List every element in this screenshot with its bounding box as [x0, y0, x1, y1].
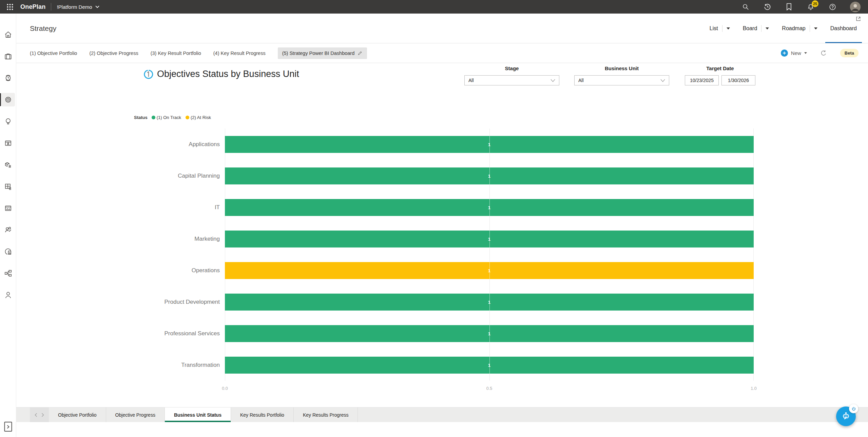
sidebar-item-home[interactable]	[0, 28, 16, 41]
assistant-power-button[interactable]	[849, 404, 858, 413]
view-tab-list[interactable]: List	[703, 14, 736, 43]
dashboard-tabs: (1) Objective Portfolio (2) Objective Pr…	[30, 47, 367, 59]
category-label: IT	[16, 204, 225, 211]
legend-items: (1) On Track(2) At Risk	[152, 115, 211, 120]
view-tab-dashboard[interactable]: Dashboard	[824, 14, 863, 43]
chevron-down-icon[interactable]	[766, 27, 769, 29]
oneplan-logo-icon	[143, 69, 154, 79]
sidebar-item-profile[interactable]	[0, 288, 16, 302]
filter-target-date: Target Date 10/23/2025 1/30/2026	[684, 65, 756, 85]
hierarchy-icon	[4, 269, 13, 278]
view-tab-board[interactable]: Board	[736, 14, 776, 43]
user-avatar[interactable]	[850, 2, 861, 12]
view-tab-roadmap[interactable]: Roadmap	[775, 14, 824, 43]
bar-track: 1	[225, 199, 754, 216]
assistant-chatbot-button[interactable]	[836, 406, 856, 426]
report-filters: Stage All Business Unit All	[464, 65, 756, 85]
bar-it[interactable]: 1	[225, 199, 754, 216]
report-header: Objectives Status by Business Unit	[143, 69, 299, 79]
sidebar-item-work-intake[interactable]	[0, 136, 16, 150]
bookmark-icon[interactable]	[785, 3, 793, 11]
workspace-switcher[interactable]: !Platform Demo	[57, 4, 99, 10]
plus-icon	[781, 49, 788, 57]
sidebar-item-ideas[interactable]	[0, 115, 16, 128]
business-unit-select-value: All	[578, 78, 584, 83]
x-tick-label: 0.5	[486, 386, 492, 391]
chevron-left-icon[interactable]	[35, 413, 37, 417]
chart-row: IT1	[16, 192, 754, 223]
view-tab-label: Roadmap	[782, 25, 805, 32]
chevron-down-icon[interactable]	[814, 27, 817, 29]
topbar-divider	[51, 3, 51, 11]
data-label: 1	[488, 268, 491, 273]
chevron-down-icon[interactable]	[727, 27, 730, 29]
new-button[interactable]: New	[781, 49, 807, 57]
bar-transformation[interactable]: 1	[225, 357, 754, 374]
sidebar-item-status[interactable]	[0, 71, 16, 85]
sidebar-item-analytics[interactable]	[0, 201, 16, 215]
sidebar-item-insights[interactable]	[0, 245, 16, 258]
lightbulb-icon	[4, 117, 13, 126]
stage-select[interactable]: All	[464, 75, 559, 85]
category-label: Capital Planning	[16, 173, 225, 179]
sidebar-expand-button[interactable]	[4, 422, 12, 432]
bar-marketing[interactable]: 1	[225, 231, 754, 247]
sidebar-item-integrations[interactable]	[0, 266, 16, 280]
history-icon[interactable]	[763, 3, 771, 11]
sidebar-item-briefcase[interactable]	[0, 49, 16, 63]
tab-key-result-portfolio[interactable]: (3) Key Result Portfolio	[151, 51, 201, 56]
page-tab-key-results-portfolio[interactable]: Key Results Portfolio	[231, 408, 294, 422]
chart-row: Transformation1	[16, 349, 754, 381]
chevron-right-icon[interactable]	[41, 413, 44, 417]
business-unit-select[interactable]: All	[574, 75, 669, 85]
chart-row: Marketing1	[16, 223, 754, 255]
target-date-end-input[interactable]: 1/30/2026	[721, 75, 755, 85]
id-card-icon	[4, 139, 13, 147]
help-icon[interactable]	[828, 3, 836, 11]
bar-professional-services[interactable]: 1	[225, 325, 754, 342]
app-launcher-waffle-icon[interactable]	[4, 1, 16, 13]
chart-row: Operations1	[16, 255, 754, 286]
power-icon	[851, 406, 856, 411]
left-nav-sidebar	[0, 14, 16, 437]
edit-pencil-icon[interactable]	[358, 51, 363, 56]
sidebar-item-strategy[interactable]	[1, 93, 15, 106]
sidebar-item-boards[interactable]	[0, 180, 16, 193]
dashboard-tabs-row: (1) Objective Portfolio (2) Objective Pr…	[16, 43, 868, 63]
briefcase-icon	[4, 52, 13, 61]
filter-stage: Stage All	[464, 65, 559, 85]
category-label: Professional Services	[16, 330, 225, 337]
search-icon[interactable]	[741, 3, 750, 11]
dashboard-actions: New Beta	[781, 49, 859, 57]
chevron-down-icon[interactable]	[804, 52, 807, 54]
sidebar-item-products[interactable]	[0, 158, 16, 172]
page-tab-business-unit-status[interactable]: Business Unit Status	[165, 408, 231, 422]
page-tab-key-results-progress[interactable]: Key Results Progress	[294, 408, 358, 422]
notifications-bell-icon[interactable]: 25	[807, 3, 815, 11]
page-tab-objective-progress[interactable]: Objective Progress	[106, 408, 165, 422]
page-tab-pager	[30, 408, 49, 422]
tab-objective-progress[interactable]: (2) Objective Progress	[89, 51, 138, 56]
bar-product-development[interactable]: 1	[225, 294, 754, 311]
target-date-start-input[interactable]: 10/23/2025	[685, 75, 719, 85]
bar-track: 1	[225, 136, 754, 153]
x-tick-label: 0.0	[222, 386, 228, 391]
tab-objective-portfolio[interactable]: (1) Objective Portfolio	[30, 51, 77, 56]
legend-title: Status	[134, 115, 148, 120]
chart-legend: Status (1) On Track(2) At Risk	[134, 115, 211, 120]
legend-item[interactable]: (2) At Risk	[186, 115, 211, 120]
tab-key-result-progress[interactable]: (4) Key Result Progress	[213, 51, 266, 56]
brand-logo[interactable]: OnePlan	[20, 3, 45, 11]
bar-capital-planning[interactable]: 1	[225, 167, 754, 184]
legend-item[interactable]: (1) On Track	[152, 115, 181, 120]
refresh-icon[interactable]	[820, 49, 827, 57]
category-label: Applications	[16, 141, 225, 148]
bar-track: 1	[225, 167, 754, 184]
robot-chatbot-icon	[841, 411, 851, 422]
bar-applications[interactable]: 1	[225, 136, 754, 153]
page-tab-objective-portfolio[interactable]: Objective Portfolio	[49, 408, 106, 422]
chart-row: Professional Services1	[16, 318, 754, 349]
tab-strategy-power-bi-dashboard[interactable]: (5) Strategy Power BI Dashboard	[278, 47, 367, 59]
sidebar-item-resources[interactable]	[0, 223, 16, 237]
bar-operations[interactable]: 1	[225, 262, 754, 279]
